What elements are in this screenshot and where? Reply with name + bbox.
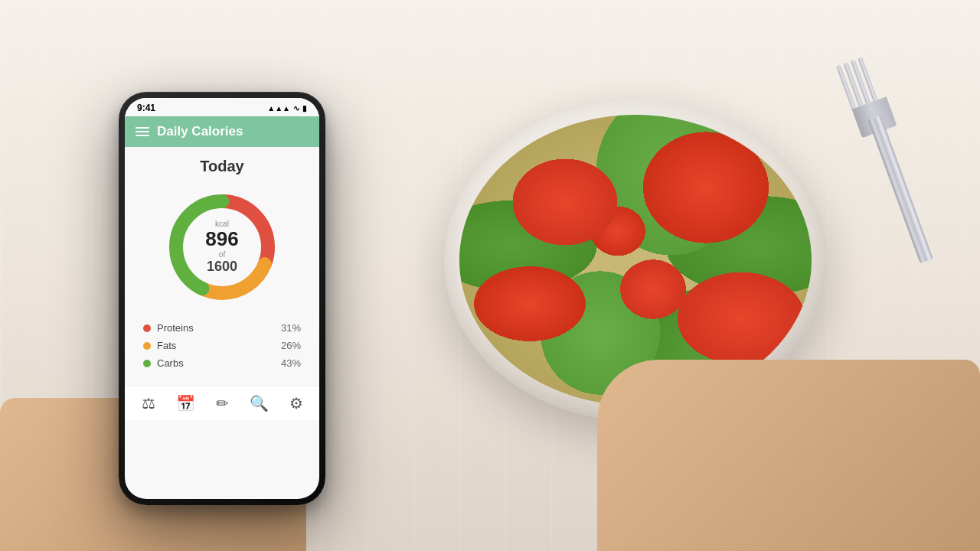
nav-settings-icon[interactable]: ⚙ bbox=[289, 394, 303, 412]
phone: 9:41 ▲▲▲ ∿ ▮ Daily Calories Today bbox=[119, 92, 325, 505]
app-header[interactable]: Daily Calories bbox=[125, 116, 319, 147]
carb-label: Carbs bbox=[157, 357, 184, 369]
fork-head bbox=[836, 54, 897, 138]
macro-item-fats: Fats 26% bbox=[143, 340, 301, 351]
of-label: of bbox=[205, 250, 238, 259]
calories-consumed: 896 bbox=[205, 228, 238, 250]
protein-dot bbox=[143, 324, 151, 332]
today-label: Today bbox=[137, 158, 307, 175]
macro-left-carbs: Carbs bbox=[143, 357, 184, 369]
fat-pct: 26% bbox=[281, 340, 301, 351]
status-time: 9:41 bbox=[137, 103, 155, 113]
macro-left-fats: Fats bbox=[143, 340, 176, 351]
right-arm bbox=[597, 360, 980, 551]
fat-label: Fats bbox=[157, 340, 176, 351]
macros-list: Proteins 31% Fats 26% bbox=[137, 322, 307, 369]
wifi-icon: ∿ bbox=[293, 104, 299, 112]
nav-edit-icon[interactable]: ✏ bbox=[216, 394, 229, 412]
phone-screen: 9:41 ▲▲▲ ∿ ▮ Daily Calories Today bbox=[125, 98, 319, 499]
macro-left-proteins: Proteins bbox=[143, 322, 194, 334]
donut-chart-container: kcal 896 of 1600 bbox=[137, 186, 307, 308]
macro-item-proteins: Proteins 31% bbox=[143, 322, 301, 334]
hamburger-menu-icon[interactable] bbox=[136, 127, 149, 136]
fork-handle bbox=[868, 115, 933, 263]
nav-weight-icon[interactable]: ⚖ bbox=[142, 394, 155, 412]
macro-item-carbs: Carbs 43% bbox=[143, 357, 301, 369]
bottom-nav: ⚖ 📅 ✏ 🔍 ⚙ bbox=[125, 386, 319, 420]
status-icons: ▲▲▲ ∿ ▮ bbox=[267, 104, 307, 112]
app-content: Today bbox=[125, 147, 319, 386]
protein-label: Proteins bbox=[157, 322, 194, 334]
carb-pct: 43% bbox=[281, 357, 301, 369]
signal-icon: ▲▲▲ bbox=[267, 104, 290, 112]
donut-center-text: kcal 896 of 1600 bbox=[205, 220, 238, 275]
nav-search-icon[interactable]: 🔍 bbox=[250, 394, 269, 412]
hamburger-line-2 bbox=[136, 131, 149, 132]
calories-total: 1600 bbox=[205, 259, 238, 275]
hamburger-line-1 bbox=[136, 127, 149, 129]
battery-icon: ▮ bbox=[302, 104, 307, 112]
app-title: Daily Calories bbox=[157, 124, 243, 139]
fat-dot bbox=[143, 342, 151, 350]
carb-dot bbox=[143, 360, 151, 367]
status-bar: 9:41 ▲▲▲ ∿ ▮ bbox=[125, 98, 319, 116]
hamburger-line-3 bbox=[136, 135, 149, 136]
protein-pct: 31% bbox=[281, 322, 301, 334]
phone-body: 9:41 ▲▲▲ ∿ ▮ Daily Calories Today bbox=[119, 92, 325, 505]
nav-calendar-icon[interactable]: 📅 bbox=[176, 394, 195, 412]
